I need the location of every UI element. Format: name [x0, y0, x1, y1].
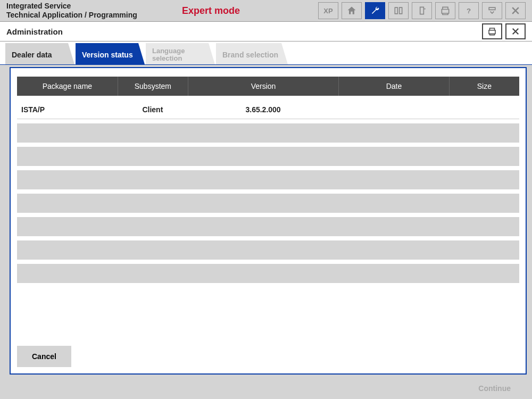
continue-button: Continue [463, 379, 526, 398]
sub-header: Administration [0, 21, 532, 41]
col-header-date[interactable]: Date [338, 77, 449, 96]
cell-size [449, 100, 519, 119]
table-body: ISTA/PClient3.65.2.000 [17, 100, 519, 283]
table-row-empty [17, 147, 519, 166]
tab-dealer-data[interactable]: Dealer data [5, 43, 74, 64]
cell-version: 3.65.2.000 [188, 100, 338, 119]
app-header: Integrated Service Technical Application… [0, 0, 532, 21]
close-button[interactable] [505, 23, 526, 39]
wrench-icon [370, 5, 380, 16]
panels-button[interactable] [388, 2, 409, 19]
print-button[interactable] [482, 23, 502, 39]
footer: Continue [0, 377, 532, 399]
close-icon [511, 27, 520, 36]
table-row-empty [17, 240, 519, 260]
version-table: Package name Subsystem Version Date Size… [17, 72, 519, 287]
table-row-empty [17, 264, 519, 283]
dropdown-icon [487, 5, 497, 16]
button-row: Cancel [11, 342, 526, 373]
sub-header-actions [482, 23, 526, 39]
print-icon [487, 27, 497, 36]
dropdown-button[interactable] [482, 2, 502, 19]
tab-label: Brand selection [222, 51, 278, 59]
close-button-top[interactable] [505, 2, 526, 19]
page-title: Administration [6, 27, 63, 36]
tab-language-selection[interactable]: Language selection [146, 43, 215, 64]
device-icon [417, 5, 427, 16]
table-row-empty [17, 217, 519, 236]
tab-brand-selection[interactable]: Brand selection [216, 43, 288, 64]
content-frame: Package name Subsystem Version Date Size… [10, 67, 527, 375]
device-button[interactable] [412, 2, 432, 19]
cell-date [338, 100, 449, 119]
close-icon [510, 5, 521, 16]
app-title: Integrated Service Technical Application… [6, 2, 177, 20]
table-header-row: Package name Subsystem Version Date Size [17, 77, 519, 96]
app-title-line1: Integrated Service [6, 2, 177, 11]
tab-label: Dealer data [12, 51, 52, 59]
cell-subsystem: Client [118, 100, 188, 119]
col-header-version[interactable]: Version [188, 77, 338, 96]
table-row-empty [17, 194, 519, 213]
panels-icon [393, 5, 404, 16]
col-header-size[interactable]: Size [449, 77, 519, 96]
print-icon [440, 5, 451, 16]
version-table-wrap: Package name Subsystem Version Date Size… [11, 68, 526, 342]
table-row[interactable]: ISTA/PClient3.65.2.000 [17, 100, 519, 119]
tab-label: Version status [82, 51, 133, 59]
home-icon [346, 5, 357, 16]
toolbar: XP ? [318, 2, 526, 19]
svg-text:?: ? [467, 7, 471, 15]
cancel-button[interactable]: Cancel [17, 346, 71, 367]
col-header-package[interactable]: Package name [17, 77, 118, 96]
cell-package: ISTA/P [17, 100, 118, 119]
table-row-empty [17, 123, 519, 143]
wrench-button[interactable] [365, 2, 385, 19]
col-header-subsystem[interactable]: Subsystem [118, 77, 188, 96]
xp-button[interactable]: XP [318, 2, 338, 19]
help-icon: ? [463, 5, 474, 16]
print-button-top[interactable] [435, 2, 455, 19]
mode-label: Expert mode [182, 5, 267, 16]
tab-row: Dealer data Version status Language sele… [0, 41, 532, 65]
help-button[interactable]: ? [459, 2, 479, 19]
tab-version-status[interactable]: Version status [76, 43, 145, 64]
tab-label: Language selection [152, 47, 185, 63]
home-button[interactable] [342, 2, 362, 19]
table-row-empty [17, 170, 519, 189]
app-title-line2: Technical Application / Programming [6, 11, 177, 20]
